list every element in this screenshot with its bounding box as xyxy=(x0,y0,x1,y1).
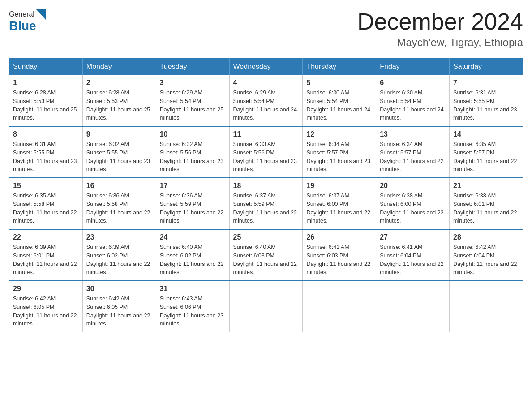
day-info: Sunrise: 6:30 AMSunset: 5:54 PMDaylight:… xyxy=(306,89,372,122)
day-info: Sunrise: 6:33 AMSunset: 5:56 PMDaylight:… xyxy=(233,140,299,174)
title-section: December 2024 Maych'ew, Tigray, Ethiopia xyxy=(357,9,523,49)
day-number: 28 xyxy=(453,233,519,241)
calendar-cell: 15Sunrise: 6:35 AMSunset: 5:58 PMDayligh… xyxy=(9,178,83,229)
calendar-week-row: 29Sunrise: 6:42 AMSunset: 6:05 PMDayligh… xyxy=(9,281,523,332)
day-info: Sunrise: 6:34 AMSunset: 5:57 PMDaylight:… xyxy=(306,140,372,174)
calendar-cell: 24Sunrise: 6:40 AMSunset: 6:02 PMDayligh… xyxy=(156,229,229,281)
calendar-cell: 16Sunrise: 6:36 AMSunset: 5:58 PMDayligh… xyxy=(82,178,156,229)
calendar-header-row: SundayMondayTuesdayWednesdayThursdayFrid… xyxy=(9,58,523,76)
day-info: Sunrise: 6:37 AMSunset: 6:00 PMDaylight:… xyxy=(306,192,372,225)
calendar-week-row: 8Sunrise: 6:31 AMSunset: 5:55 PMDaylight… xyxy=(9,126,523,178)
logo: General Blue xyxy=(9,9,46,32)
day-info: Sunrise: 6:40 AMSunset: 6:03 PMDaylight:… xyxy=(233,243,299,277)
column-header-sunday: Sunday xyxy=(9,58,83,76)
day-info: Sunrise: 6:30 AMSunset: 5:54 PMDaylight:… xyxy=(380,89,446,122)
calendar-cell xyxy=(376,281,450,332)
calendar-cell: 31Sunrise: 6:43 AMSunset: 6:06 PMDayligh… xyxy=(156,281,229,332)
calendar-cell: 4Sunrise: 6:29 AMSunset: 5:54 PMDaylight… xyxy=(229,75,303,126)
calendar-cell: 8Sunrise: 6:31 AMSunset: 5:55 PMDaylight… xyxy=(9,126,83,178)
day-number: 4 xyxy=(233,79,299,87)
day-number: 23 xyxy=(86,233,152,241)
day-number: 17 xyxy=(160,182,226,190)
calendar-cell: 27Sunrise: 6:41 AMSunset: 6:04 PMDayligh… xyxy=(376,229,450,281)
logo-arrow-icon xyxy=(36,9,46,20)
day-info: Sunrise: 6:32 AMSunset: 5:55 PMDaylight:… xyxy=(86,140,152,174)
day-number: 10 xyxy=(160,130,226,138)
calendar-cell: 2Sunrise: 6:28 AMSunset: 5:53 PMDaylight… xyxy=(82,75,156,126)
day-number: 8 xyxy=(13,130,79,138)
day-number: 13 xyxy=(380,130,446,138)
day-number: 9 xyxy=(86,130,152,138)
day-number: 29 xyxy=(13,285,79,293)
calendar-cell: 12Sunrise: 6:34 AMSunset: 5:57 PMDayligh… xyxy=(303,126,376,178)
calendar-cell xyxy=(450,281,523,332)
day-info: Sunrise: 6:37 AMSunset: 5:59 PMDaylight:… xyxy=(233,192,299,225)
calendar-cell: 14Sunrise: 6:35 AMSunset: 5:57 PMDayligh… xyxy=(450,126,523,178)
column-header-wednesday: Wednesday xyxy=(229,58,303,76)
day-number: 26 xyxy=(306,233,372,241)
day-number: 6 xyxy=(380,79,446,87)
column-header-friday: Friday xyxy=(376,58,450,76)
day-number: 12 xyxy=(306,130,372,138)
logo-line1: General xyxy=(9,9,46,20)
day-info: Sunrise: 6:38 AMSunset: 6:00 PMDaylight:… xyxy=(380,192,446,225)
day-info: Sunrise: 6:42 AMSunset: 6:05 PMDaylight:… xyxy=(86,295,152,328)
location-subtitle: Maych'ew, Tigray, Ethiopia xyxy=(357,36,523,49)
day-info: Sunrise: 6:35 AMSunset: 5:57 PMDaylight:… xyxy=(453,140,519,174)
day-number: 30 xyxy=(86,285,152,293)
day-number: 21 xyxy=(453,182,519,190)
calendar-cell: 20Sunrise: 6:38 AMSunset: 6:00 PMDayligh… xyxy=(376,178,450,229)
column-header-thursday: Thursday xyxy=(303,58,376,76)
day-number: 7 xyxy=(453,79,519,87)
calendar-cell: 18Sunrise: 6:37 AMSunset: 5:59 PMDayligh… xyxy=(229,178,303,229)
day-number: 5 xyxy=(306,79,372,87)
day-number: 20 xyxy=(380,182,446,190)
day-info: Sunrise: 6:38 AMSunset: 6:01 PMDaylight:… xyxy=(453,192,519,225)
day-info: Sunrise: 6:31 AMSunset: 5:55 PMDaylight:… xyxy=(13,140,79,174)
calendar-cell: 11Sunrise: 6:33 AMSunset: 5:56 PMDayligh… xyxy=(229,126,303,178)
calendar-cell: 17Sunrise: 6:36 AMSunset: 5:59 PMDayligh… xyxy=(156,178,229,229)
calendar-cell: 26Sunrise: 6:41 AMSunset: 6:03 PMDayligh… xyxy=(303,229,376,281)
day-number: 25 xyxy=(233,233,299,241)
day-info: Sunrise: 6:32 AMSunset: 5:56 PMDaylight:… xyxy=(160,140,226,174)
page-header: General Blue December 2024 Maych'ew, Tig… xyxy=(9,9,523,49)
column-header-monday: Monday xyxy=(82,58,156,76)
logo-general-text: General xyxy=(9,10,34,18)
calendar-cell: 21Sunrise: 6:38 AMSunset: 6:01 PMDayligh… xyxy=(450,178,523,229)
calendar-cell xyxy=(229,281,303,332)
day-info: Sunrise: 6:28 AMSunset: 5:53 PMDaylight:… xyxy=(13,89,79,122)
day-number: 15 xyxy=(13,182,79,190)
day-info: Sunrise: 6:42 AMSunset: 6:05 PMDaylight:… xyxy=(13,295,79,328)
calendar-cell xyxy=(303,281,376,332)
day-info: Sunrise: 6:43 AMSunset: 6:06 PMDaylight:… xyxy=(160,295,226,328)
logo-blue-text: Blue xyxy=(9,20,36,32)
calendar-cell: 23Sunrise: 6:39 AMSunset: 6:02 PMDayligh… xyxy=(82,229,156,281)
calendar-cell: 28Sunrise: 6:42 AMSunset: 6:04 PMDayligh… xyxy=(450,229,523,281)
day-number: 1 xyxy=(13,79,79,87)
calendar-cell: 5Sunrise: 6:30 AMSunset: 5:54 PMDaylight… xyxy=(303,75,376,126)
day-info: Sunrise: 6:28 AMSunset: 5:53 PMDaylight:… xyxy=(86,89,152,122)
day-info: Sunrise: 6:41 AMSunset: 6:04 PMDaylight:… xyxy=(380,243,446,277)
day-number: 31 xyxy=(160,285,226,293)
day-number: 19 xyxy=(306,182,372,190)
day-info: Sunrise: 6:42 AMSunset: 6:04 PMDaylight:… xyxy=(453,243,519,277)
calendar-cell: 19Sunrise: 6:37 AMSunset: 6:00 PMDayligh… xyxy=(303,178,376,229)
column-header-saturday: Saturday xyxy=(450,58,523,76)
day-number: 2 xyxy=(86,79,152,87)
calendar-week-row: 1Sunrise: 6:28 AMSunset: 5:53 PMDaylight… xyxy=(9,75,523,126)
calendar-table: SundayMondayTuesdayWednesdayThursdayFrid… xyxy=(9,58,523,332)
calendar-cell: 6Sunrise: 6:30 AMSunset: 5:54 PMDaylight… xyxy=(376,75,450,126)
calendar-cell: 22Sunrise: 6:39 AMSunset: 6:01 PMDayligh… xyxy=(9,229,83,281)
day-number: 16 xyxy=(86,182,152,190)
calendar-cell: 1Sunrise: 6:28 AMSunset: 5:53 PMDaylight… xyxy=(9,75,83,126)
calendar-cell: 3Sunrise: 6:29 AMSunset: 5:54 PMDaylight… xyxy=(156,75,229,126)
calendar-cell: 9Sunrise: 6:32 AMSunset: 5:55 PMDaylight… xyxy=(82,126,156,178)
day-info: Sunrise: 6:40 AMSunset: 6:02 PMDaylight:… xyxy=(160,243,226,277)
day-info: Sunrise: 6:39 AMSunset: 6:02 PMDaylight:… xyxy=(86,243,152,277)
day-info: Sunrise: 6:31 AMSunset: 5:55 PMDaylight:… xyxy=(453,89,519,122)
day-number: 18 xyxy=(233,182,299,190)
day-number: 27 xyxy=(380,233,446,241)
day-info: Sunrise: 6:36 AMSunset: 5:59 PMDaylight:… xyxy=(160,192,226,225)
day-number: 11 xyxy=(233,130,299,138)
day-info: Sunrise: 6:29 AMSunset: 5:54 PMDaylight:… xyxy=(233,89,299,122)
